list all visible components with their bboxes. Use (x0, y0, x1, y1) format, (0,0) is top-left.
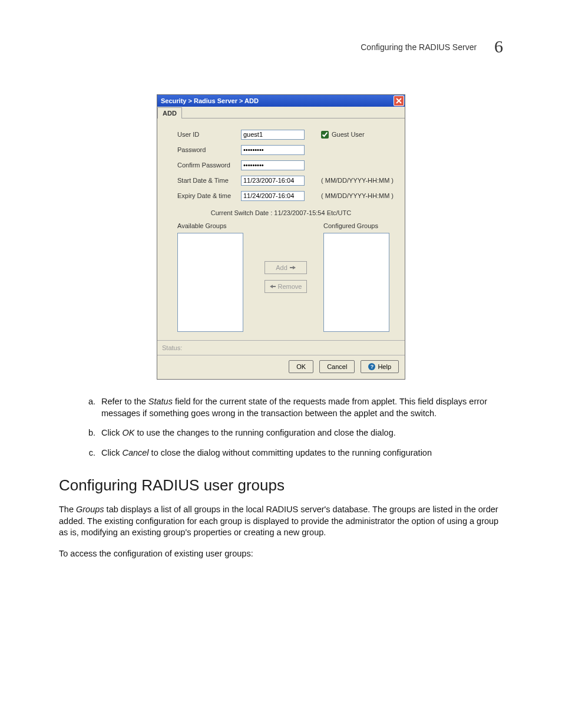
input-password[interactable] (241, 145, 305, 155)
list-item: Click OK to use the changes to the runni… (98, 427, 503, 439)
arrow-left-icon (270, 283, 276, 290)
groups-area: Available Groups Add Remove Configured G… (157, 222, 405, 340)
running-title: Configuring the RADIUS Server (361, 42, 477, 52)
guest-user-wrapper[interactable]: Guest User (321, 131, 365, 139)
running-header: Configuring the RADIUS Server 6 (361, 37, 503, 57)
arrow-right-icon (290, 264, 296, 271)
add-group-button[interactable]: Add (265, 261, 307, 274)
remove-group-button[interactable]: Remove (265, 280, 307, 293)
label-start-datetime: Start Date & Time (177, 177, 241, 184)
add-group-label: Add (276, 264, 287, 271)
remove-group-label: Remove (278, 283, 302, 290)
label-confirm-password: Confirm Password (177, 162, 241, 169)
list-item: Click Cancel to close the dialog without… (98, 447, 503, 459)
ok-button[interactable]: OK (289, 360, 313, 373)
section-heading: Configuring RADIUS user groups (59, 475, 503, 496)
status-row: Status: (157, 340, 405, 355)
input-start-datetime[interactable] (241, 176, 305, 186)
form-area: User ID Guest User Password Confirm Pass… (157, 118, 405, 206)
help-button[interactable]: ? Help (361, 360, 399, 373)
label-expiry-datetime: Expiry Date & time (177, 192, 241, 199)
help-label: Help (378, 363, 391, 370)
input-expiry-datetime[interactable] (241, 191, 305, 201)
input-confirm-password[interactable] (241, 160, 305, 170)
close-icon[interactable] (394, 95, 404, 106)
help-icon: ? (368, 363, 375, 370)
chapter-number: 6 (494, 37, 503, 56)
dialog-title-bar[interactable]: Security > Radius Server > ADD (157, 95, 405, 107)
list-item: Refer to the Status field for the curren… (98, 396, 503, 419)
paragraph: To access the configuration of existing … (59, 548, 503, 560)
listbox-available-groups[interactable] (177, 233, 243, 332)
hint-expiry-datetime: ( MM/DD/YYYY-HH:MM ) (321, 192, 394, 199)
status-label: Status: (162, 344, 182, 351)
page-body: Refer to the Status field for the curren… (59, 396, 503, 560)
input-user-id[interactable] (241, 130, 305, 140)
current-switch-date: Current Switch Date : 11/23/2007-15:54 E… (157, 206, 405, 222)
tab-add[interactable]: ADD (157, 107, 182, 118)
instruction-list: Refer to the Status field for the curren… (59, 396, 503, 459)
cancel-button[interactable]: Cancel (319, 360, 355, 373)
checkbox-guest-user[interactable] (321, 131, 329, 139)
tab-strip: ADD (157, 107, 405, 118)
dialog-title: Security > Radius Server > ADD (161, 97, 259, 104)
hint-start-datetime: ( MM/DD/YYYY-HH:MM ) (321, 177, 394, 184)
dialog-button-bar: OK Cancel ? Help (157, 355, 405, 379)
label-password: Password (177, 146, 241, 153)
label-configured-groups: Configured Groups (323, 222, 394, 233)
label-user-id: User ID (177, 131, 241, 138)
label-guest-user: Guest User (332, 131, 365, 138)
listbox-configured-groups[interactable] (323, 233, 389, 332)
paragraph: The Groups tab displays a list of all gr… (59, 504, 503, 539)
dialog-add-user: Security > Radius Server > ADD ADD User … (157, 94, 405, 380)
label-available-groups: Available Groups (177, 222, 248, 233)
